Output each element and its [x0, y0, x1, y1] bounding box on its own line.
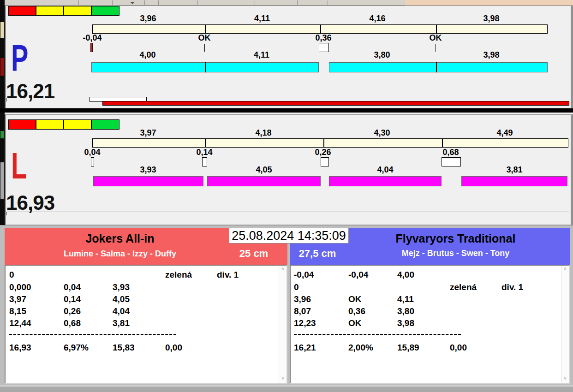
sliver-fragment: [0, 162, 4, 199]
top-edge-tick: [197, 0, 198, 5]
table-cell: 0,26: [64, 306, 81, 316]
table-cell: 8,07: [294, 306, 311, 316]
gap-marker-negative: [90, 43, 93, 52]
baseline-tick: [6, 212, 6, 215]
scrollbar-left-table[interactable]: ˄ ˅: [279, 266, 286, 383]
measured-bar-p: [329, 62, 548, 72]
gap-label: 0,36: [296, 33, 351, 42]
table-cell: OK: [348, 294, 362, 304]
gap-label: -0,04: [65, 33, 120, 42]
gap-marker-box: [319, 43, 329, 52]
scroll-down-button[interactable]: ˅: [279, 375, 286, 383]
segment-value-bottom: 3,98: [464, 50, 519, 59]
table-cell: 0,04: [64, 282, 81, 292]
table-cell: 3,93: [113, 282, 130, 292]
table-cell: zelená: [165, 270, 192, 280]
table-divider-dashes: [294, 334, 461, 335]
status-square-green: [91, 6, 119, 16]
table-cell: 3,97: [9, 294, 26, 304]
bar-divider: [323, 138, 324, 148]
results-table-right[interactable]: [290, 265, 570, 384]
table-cell: 4,00: [397, 270, 414, 280]
top-edge-tick: [112, 0, 113, 5]
progress-baseline: [6, 212, 569, 212]
segment-value-top: 4,30: [354, 128, 410, 137]
gap-label: OK: [408, 33, 463, 42]
segment-value-top: 3,98: [464, 14, 519, 23]
top-edge-tick: [158, 0, 159, 5]
bar-divider: [205, 62, 206, 72]
lane-letter-l: L: [11, 152, 27, 180]
table-cell: OK: [348, 318, 362, 328]
scroll-up-button[interactable]: ˄: [561, 266, 569, 273]
lane-total-l: 16,93: [6, 193, 54, 213]
table-cell: 4,11: [397, 294, 414, 304]
table-cell: 12,44: [9, 318, 31, 328]
table-cell: 0,000: [9, 282, 31, 292]
gap-marker-line: [436, 44, 436, 52]
bar-divider: [436, 62, 437, 72]
top-edge-tick: [328, 0, 328, 5]
segment-value-bottom: 4,00: [120, 50, 175, 59]
status-square-yellow: [36, 6, 64, 16]
table-cell: 12,23: [294, 318, 316, 328]
table-cell: 0: [9, 270, 14, 280]
reference-bar-l: [92, 138, 568, 148]
gap-label: OK: [177, 33, 232, 42]
segment-value-top: 4,16: [350, 14, 405, 23]
gap-marker-line: [204, 44, 205, 52]
table-total-cell: 6,97%: [64, 343, 89, 353]
segment-value-bottom: 3,93: [120, 165, 176, 174]
table-cell: 0,36: [348, 306, 365, 316]
table-cell: zelená: [450, 282, 477, 292]
gap-marker-box: [321, 157, 329, 166]
bar-divider: [436, 24, 437, 34]
table-cell: div. 1: [501, 282, 523, 292]
app-window: P 3,96 4,11 4,16 3,98 -0,04 OK 0,36 OK 4…: [0, 0, 573, 392]
table-cell: 0,14: [64, 294, 81, 304]
segment-value-bottom: 3,81: [487, 165, 542, 174]
chevron-down-icon: [130, 2, 135, 4]
table-cell: 3,98: [397, 318, 414, 328]
measured-bar-l: [461, 176, 567, 186]
segment-value-top: 3,96: [120, 14, 176, 23]
team-name-right: Flyvaryors Traditional: [341, 232, 570, 245]
table-cell: -0,04: [348, 270, 368, 280]
top-edge-tick: [144, 0, 145, 5]
scroll-up-button[interactable]: ˄: [279, 266, 286, 273]
segment-value-top: 4,49: [477, 128, 532, 137]
table-total-cell: 15,89: [397, 343, 419, 353]
sliver-fragment: [0, 131, 4, 138]
scrollbar-right-table[interactable]: ˄ ˅: [561, 266, 569, 383]
results-table-left[interactable]: [5, 265, 287, 384]
top-edge-tick: [255, 0, 255, 5]
status-square-green: [91, 119, 119, 130]
gap-label: 0,26: [295, 148, 351, 157]
gap-label: 0,68: [423, 148, 478, 157]
top-edge-tick: [297, 0, 298, 5]
bar-divider: [442, 138, 443, 148]
scroll-down-button[interactable]: ˅: [561, 375, 569, 383]
sliver-fragment: [0, 22, 4, 38]
measured-bar-l: [207, 176, 321, 186]
bottom-window-edge: [0, 386, 573, 392]
table-cell: 8,15: [9, 306, 26, 316]
bar-divider: [205, 24, 206, 34]
table-total-cell: 15,83: [113, 343, 135, 353]
gap-marker-box: [202, 157, 207, 166]
reference-bar-p: [92, 24, 548, 34]
gap-marker-box: [91, 157, 94, 166]
status-square-yellow: [64, 119, 91, 130]
sliver-fragment: [0, 58, 4, 76]
measured-bar-l: [93, 176, 203, 186]
status-square-red: [8, 119, 36, 130]
team-name-left: Jokers All-in: [5, 232, 235, 245]
background-window-sliver: [0, 0, 5, 225]
lane-length-right: 27,5 cm: [292, 248, 343, 260]
table-total-cell: 16,21: [294, 343, 316, 353]
team-members-right: Mejz - Brutus - Swen - Tony: [341, 248, 570, 258]
datetime-display: 25.08.2024 14:35:09: [229, 228, 349, 244]
measured-bar-p: [91, 62, 319, 72]
segment-value-top: 3,97: [120, 128, 176, 137]
table-cell: div. 1: [217, 270, 239, 280]
